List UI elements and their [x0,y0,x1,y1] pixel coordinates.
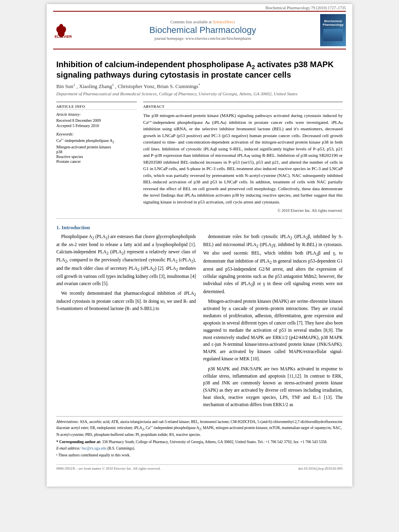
abbrev-text: ASA, ascorbic acid; ATR, ataxia telangie… [56,420,342,437]
citation-bar: Biochemical Pharmacology 79 (2010) 1727–… [47,4,352,11]
keyword-3: p38 [56,150,137,154]
doi-text: doi:10.1016/j.bcp.2010.02.005 [298,466,343,470]
abbrev-label: Abbreviations: [56,420,79,424]
article-info-label: Article Info [56,105,137,110]
svg-point-3 [59,24,63,29]
section-divider [56,218,343,219]
intro-col-left: Phospholipase A2 (PLA2) are esterases th… [56,233,196,411]
intro-para1: Phospholipase A2 (PLA2) are esterases th… [56,233,196,287]
info-abstract-section: Article Info Article history: Received 8… [56,102,343,213]
abstract-label: Abstract [143,105,343,110]
email-line: E-mail address: bsc@rx.uga.edu (B.S. Cum… [56,446,343,451]
email-person: (B.S. Cummings). [107,446,135,450]
sciencedirect-link[interactable]: ScienceDirect [213,20,235,24]
journal-cover-image: BiochemicalPharmacology [320,14,346,46]
issn-text: 0006-2952/$ – see front matter © 2010 El… [56,466,161,470]
copyright: © 2010 Elsevier Inc. All rights reserved… [143,208,343,213]
accepted-date: Accepted 5 February 2010 [56,123,137,128]
citation-text: Biochemical Pharmacology 79 (2010) 1727–… [265,6,346,10]
article-info-col: Article Info Article history: Received 8… [56,102,137,213]
contents-line: Contents lists available at ScienceDirec… [89,20,316,24]
received-date: Received 8 December 2009 [56,118,137,123]
intro-para2: We recently demonstrated that pharmacolo… [56,290,196,312]
svg-text:ELSEVIER: ELSEVIER [55,35,72,38]
keyword-5: Prostate cancer [56,159,137,164]
journal-header: ELSEVIER Contents lists available at Sci… [53,11,346,49]
keyword-1: Ca2+-independent phospholipase A2 [56,138,137,144]
article-title: Inhibition of calcium-independent phosph… [56,60,343,80]
keyword-2: Mitogen-activated protein kinases [56,145,137,149]
article-info-box: Article Info Article history: Received 8… [56,102,137,163]
footnotes: Abbreviations: ASA, ascorbic acid; ATR, … [56,416,343,458]
elsevier-logo: ELSEVIER [53,22,85,38]
journal-homepage: journal homepage: www.elsevier.com/locat… [89,36,316,41]
intro-para4: Mitogen-activated protein kinases (MAPK)… [203,298,343,362]
intro-body: Phospholipase A2 (PLA2) are esterases th… [56,233,343,411]
bottom-bar: 0006-2952/$ – see front matter © 2010 El… [56,464,343,470]
history-label: Article history: [56,112,137,117]
keywords-label: Keywords: [56,132,137,136]
introduction-section: 1. Introduction Phospholipase A2 (PLA2) … [56,224,343,411]
article-page: Biochemical Pharmacology 79 (2010) 1727–… [47,4,352,487]
journal-header-center: Contents lists available at ScienceDirec… [89,20,316,41]
abbreviations: Abbreviations: ASA, ascorbic acid; ATR, … [56,419,343,438]
abstract-col: Abstract The p38 mitogen-activated prote… [143,102,343,213]
authors-line: Bin Sun1 , Xiaoling Zhang1 , Christopher… [56,83,343,90]
email-address[interactable]: bsc@rx.uga.edu [82,446,107,450]
title-text: Inhibition of calcium-independent phosph… [56,60,333,79]
intro-para5: p38 MAPK and JNK/SAPK are two MAPKs acti… [203,366,343,409]
article-content: Inhibition of calcium-independent phosph… [47,49,352,477]
equal-contribution: ¹ These authors contributed equally to t… [56,452,343,458]
cover-title: BiochemicalPharmacology [323,19,343,27]
journal-title: Biochemical Pharmacology [89,25,316,35]
affiliation: Department of Pharmaceutical and Biomedi… [56,91,343,96]
abstract-box: Abstract The p38 mitogen-activated prote… [143,102,343,213]
intro-col-right: demonstrate roles for both cytosolic iPL… [203,233,343,411]
intro-heading: 1. Introduction [56,224,343,231]
intro-para3: demonstrate roles for both cytosolic iPL… [203,233,343,295]
keyword-4: Reactive species [56,154,137,159]
email-label: E-mail address: [56,446,81,450]
corresponding-author: * Corresponding author at: 336 Pharmacy … [56,439,343,445]
abstract-text: The p38 mitogen-activated protein kinase… [143,112,343,205]
